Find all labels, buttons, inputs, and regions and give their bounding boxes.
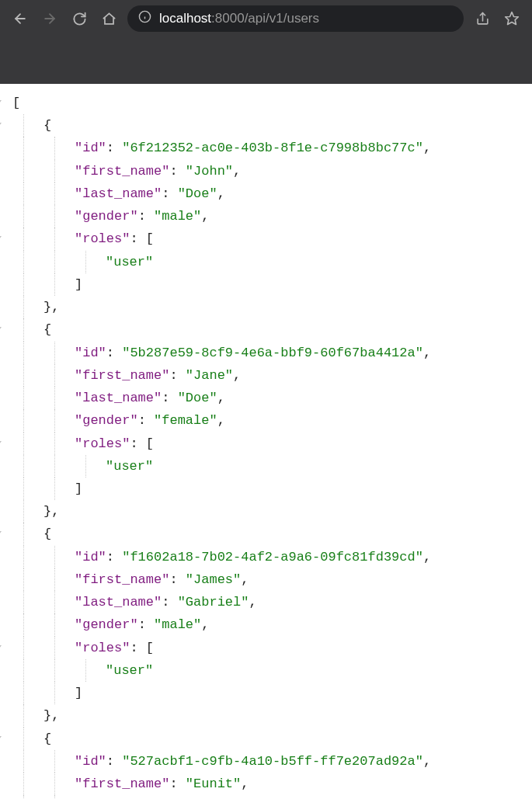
json-object-close: }, [6, 296, 532, 318]
json-property-id: "id": "f1602a18-7b02-4af2-a9a6-09fc81fd3… [6, 546, 532, 568]
json-property-id: "id": "527acbf1-c9fb-4a10-b5ff-ff7e207ad… [6, 750, 532, 773]
json-viewer: [ { "id": "6f212352-ac0e-403b-8f1e-c7998… [0, 84, 532, 799]
url-rest: :8000/api/v1/users [211, 11, 319, 26]
json-array-close: ] [6, 273, 532, 296]
json-array-item: "user" [6, 251, 532, 273]
forward-button[interactable] [39, 8, 61, 30]
json-array-item: "user" [6, 455, 532, 478]
json-object-open: { [6, 114, 532, 137]
share-button[interactable] [471, 8, 493, 30]
collapse-toggle[interactable] [0, 100, 2, 106]
json-property-gender: "gender": "male", [6, 613, 532, 636]
json-array-item: "user" [6, 659, 532, 682]
json-property-roles: "roles": [ [6, 433, 532, 455]
json-array-open: [ [6, 92, 532, 114]
json-array-close: ] [6, 478, 532, 500]
json-property-last-name: "last_name": "Doe", [6, 182, 532, 205]
json-property-roles: "roles": [ [6, 637, 532, 659]
collapse-toggle[interactable] [0, 531, 2, 537]
json-property-id: "id": "5b287e59-8cf9-4e6a-bbf9-60f67ba44… [6, 342, 532, 364]
collapse-toggle[interactable] [0, 327, 2, 332]
json-property-first-name: "first_name": "Eunit", [6, 773, 532, 795]
json-property-first-name: "first_name": "James", [6, 568, 532, 591]
url-host: localhost [159, 11, 211, 26]
json-property-first-name: "first_name": "Jane", [6, 364, 532, 387]
json-object-open: { [6, 523, 532, 545]
json-object-close: }, [6, 704, 532, 727]
json-property-last-name: "last_name": "Eunit", [6, 795, 532, 799]
svg-marker-3 [506, 12, 519, 25]
json-property-id: "id": "6f212352-ac0e-403b-8f1e-c7998b8bc… [6, 137, 532, 159]
json-property-last-name: "last_name": "Gabriel", [6, 591, 532, 613]
collapse-toggle[interactable] [0, 645, 2, 651]
url-text: localhost:8000/api/v1/users [159, 11, 319, 26]
bookmark-button[interactable] [501, 8, 523, 30]
json-property-last-name: "last_name": "Doe", [6, 387, 532, 409]
tab-strip-area [0, 37, 532, 84]
json-object-open: { [6, 318, 532, 341]
json-array-close: ] [6, 682, 532, 704]
collapse-toggle[interactable] [0, 441, 2, 446]
json-property-roles: "roles": [ [6, 228, 532, 250]
json-property-gender: "gender": "male", [6, 205, 532, 228]
address-bar[interactable]: localhost:8000/api/v1/users [127, 5, 464, 32]
json-property-first-name: "first_name": "John", [6, 160, 532, 182]
json-object-close: }, [6, 500, 532, 523]
json-object-open: { [6, 728, 532, 750]
reload-button[interactable] [68, 8, 90, 30]
back-button[interactable] [9, 8, 31, 30]
collapse-toggle[interactable] [0, 123, 2, 128]
browser-toolbar: localhost:8000/api/v1/users [0, 0, 532, 37]
home-button[interactable] [98, 8, 120, 30]
collapse-toggle[interactable] [0, 736, 2, 742]
collapse-toggle[interactable] [0, 236, 2, 241]
json-property-gender: "gender": "female", [6, 409, 532, 432]
site-info-icon[interactable] [138, 10, 151, 27]
